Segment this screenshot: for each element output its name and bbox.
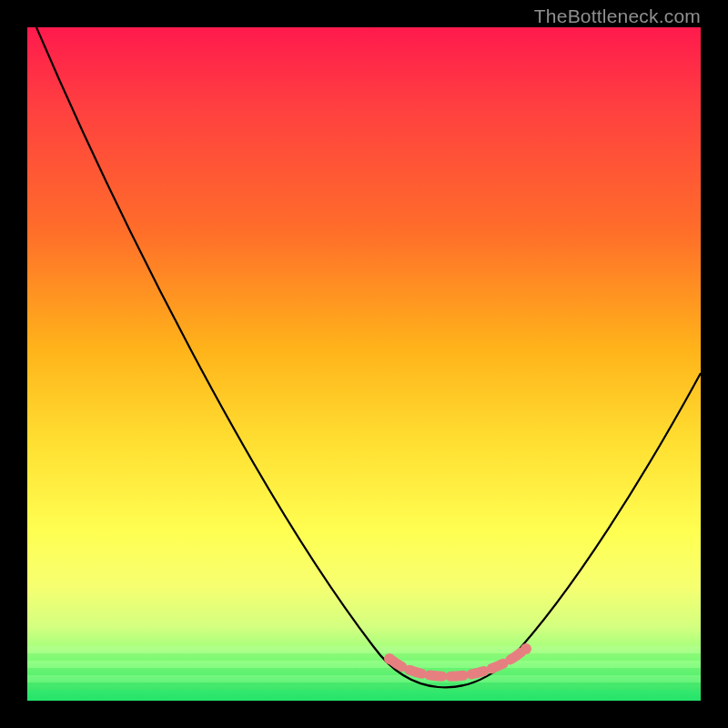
plot-area bbox=[27, 27, 701, 701]
bottleneck-curve-path bbox=[36, 27, 701, 687]
highlight-dot-left bbox=[384, 653, 395, 664]
green-bands bbox=[27, 646, 701, 701]
curve-svg bbox=[27, 27, 701, 701]
highlight-dot-right bbox=[521, 643, 531, 654]
watermark-text: TheBottleneck.com bbox=[534, 5, 701, 27]
chart-frame: TheBottleneck.com bbox=[0, 0, 728, 728]
optimal-zone-highlight bbox=[391, 651, 523, 676]
